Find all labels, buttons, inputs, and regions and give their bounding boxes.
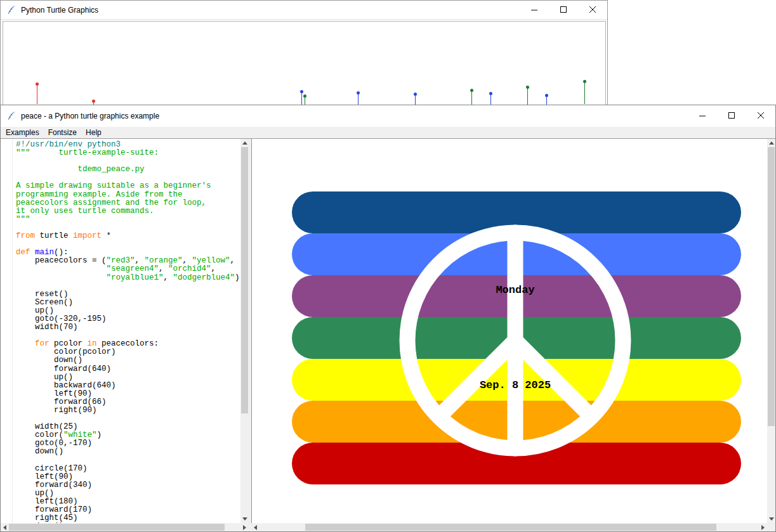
arrow-left-icon — [254, 525, 257, 530]
tk-feather-icon — [6, 111, 16, 121]
back-close-button[interactable] — [578, 1, 607, 19]
code-line: it only uses turtle commands. — [16, 207, 240, 216]
front-close-button[interactable] — [746, 105, 775, 127]
scrollbar-thumb[interactable] — [768, 147, 775, 426]
menu-bar: Examples Fontsize Help — [1, 127, 775, 138]
code-line: right(90) — [16, 406, 240, 415]
menu-fontsize[interactable]: Fontsize — [44, 127, 81, 138]
date-label: Sep. 8 2025 — [480, 379, 551, 391]
scrollbar-thumb[interactable] — [305, 524, 716, 531]
maximize-icon — [560, 4, 567, 16]
scrollbar-thumb[interactable] — [241, 147, 248, 413]
arrow-right-icon — [243, 525, 246, 530]
code-line: tdemo_peace.py — [16, 165, 240, 174]
back-maximize-button[interactable] — [549, 1, 578, 19]
close-icon — [757, 110, 765, 122]
back-window-title: Python Turtle Graphics — [21, 6, 98, 15]
code-line: """ — [16, 216, 240, 224]
code-line: """ turtle-example-suite: — [16, 149, 240, 157]
code-line: from turtle import * — [16, 232, 240, 240]
menu-examples[interactable]: Examples — [1, 127, 44, 138]
code-text[interactable]: #!/usr/bin/env python3""" turtle-example… — [1, 139, 240, 523]
peace-demo-window: peace - a Python turtle graphics example… — [0, 105, 776, 532]
scroll-down-button[interactable] — [240, 515, 249, 523]
minimize-icon — [530, 4, 538, 16]
scrollbar-corner — [767, 523, 775, 531]
scroll-up-button[interactable] — [240, 139, 249, 147]
arrow-down-icon — [242, 517, 247, 521]
scroll-right-button[interactable] — [240, 523, 249, 531]
front-minimize-button[interactable] — [688, 105, 717, 127]
front-window-titlebar[interactable]: peace - a Python turtle graphics example — [1, 105, 775, 127]
minimize-icon — [699, 110, 706, 122]
peace-symbol — [252, 139, 768, 523]
window-content: #!/usr/bin/env python3""" turtle-example… — [1, 138, 775, 531]
maximize-icon — [728, 110, 735, 122]
code-pane: #!/usr/bin/env python3""" turtle-example… — [1, 139, 249, 531]
weekday-label: Monday — [496, 284, 534, 296]
back-minimize-button[interactable] — [520, 1, 549, 19]
scrollbar-thumb[interactable] — [9, 524, 225, 531]
canvas-horizontal-scrollbar[interactable] — [251, 523, 767, 531]
turtle-canvas: Monday Sep. 8 2025 — [251, 139, 768, 523]
code-horizontal-scrollbar[interactable] — [1, 523, 249, 531]
front-maximize-button[interactable] — [717, 105, 746, 127]
code-vertical-scrollbar[interactable] — [240, 139, 249, 523]
scroll-right-button[interactable] — [759, 523, 767, 531]
arrow-right-icon — [761, 525, 765, 530]
menu-help[interactable]: Help — [81, 127, 106, 138]
arrow-up-icon — [242, 141, 247, 145]
arrow-left-icon — [3, 525, 6, 530]
back-window-titlebar[interactable]: Python Turtle Graphics — [1, 1, 607, 20]
arrow-up-icon — [769, 141, 774, 145]
arrow-down-icon — [769, 517, 774, 521]
scroll-left-button[interactable] — [251, 523, 260, 531]
scroll-left-button[interactable] — [1, 523, 9, 531]
code-line: width(70) — [16, 323, 240, 332]
tk-feather-icon — [6, 5, 16, 15]
code-line: down() — [16, 448, 240, 456]
close-icon — [589, 4, 596, 16]
code-line: "royalblue1", "dodgerblue4") — [16, 274, 240, 282]
front-window-title: peace - a Python turtle graphics example — [21, 112, 159, 120]
